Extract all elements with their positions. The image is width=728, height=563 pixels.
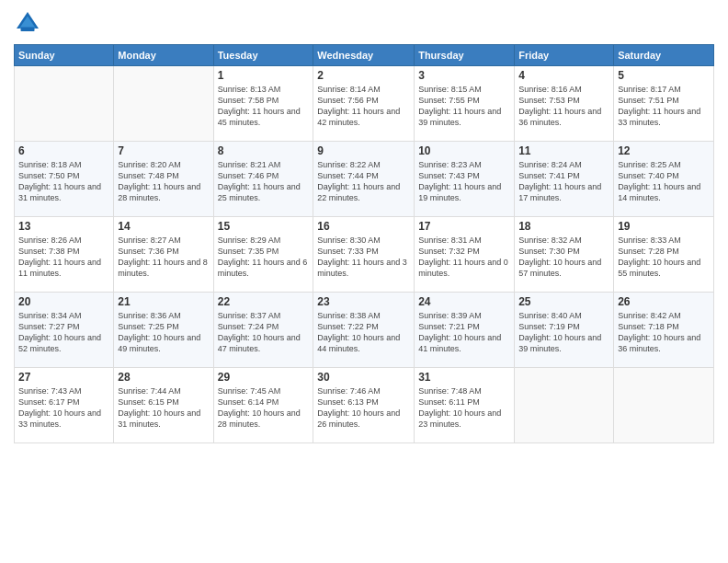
calendar-cell: 6Sunrise: 8:18 AM Sunset: 7:50 PM Daylig…	[15, 142, 114, 217]
day-info: Sunrise: 7:45 AM Sunset: 6:14 PM Dayligh…	[218, 385, 310, 431]
day-info: Sunrise: 8:25 AM Sunset: 7:40 PM Dayligh…	[618, 159, 710, 204]
calendar-cell: 10Sunrise: 8:23 AM Sunset: 7:43 PM Dayli…	[415, 142, 515, 217]
day-number: 24	[418, 295, 510, 308]
day-info: Sunrise: 7:46 AM Sunset: 6:13 PM Dayligh…	[317, 385, 410, 431]
calendar-cell: 20Sunrise: 8:34 AM Sunset: 7:27 PM Dayli…	[15, 293, 114, 368]
day-info: Sunrise: 8:33 AM Sunset: 7:28 PM Dayligh…	[618, 235, 710, 280]
calendar-cell	[15, 66, 114, 142]
day-number: 30	[317, 371, 410, 384]
day-info: Sunrise: 8:16 AM Sunset: 7:53 PM Dayligh…	[518, 84, 609, 129]
day-number: 4	[518, 69, 609, 82]
calendar-cell: 3Sunrise: 8:15 AM Sunset: 7:55 PM Daylig…	[415, 66, 515, 142]
day-info: Sunrise: 8:18 AM Sunset: 7:50 PM Dayligh…	[18, 159, 109, 204]
day-info: Sunrise: 7:48 AM Sunset: 6:11 PM Dayligh…	[418, 385, 510, 431]
day-number: 7	[118, 144, 209, 157]
day-info: Sunrise: 7:43 AM Sunset: 6:17 PM Dayligh…	[18, 385, 109, 431]
day-info: Sunrise: 8:34 AM Sunset: 7:27 PM Dayligh…	[18, 310, 109, 355]
calendar-cell: 27Sunrise: 7:43 AM Sunset: 6:17 PM Dayli…	[15, 368, 114, 443]
day-info: Sunrise: 8:15 AM Sunset: 7:55 PM Dayligh…	[418, 84, 510, 129]
day-info: Sunrise: 8:39 AM Sunset: 7:21 PM Dayligh…	[418, 310, 510, 355]
day-number: 9	[317, 144, 410, 157]
calendar-cell: 26Sunrise: 8:42 AM Sunset: 7:18 PM Dayli…	[614, 293, 714, 368]
day-number: 15	[218, 220, 310, 233]
calendar-cell: 9Sunrise: 8:22 AM Sunset: 7:44 PM Daylig…	[313, 142, 415, 217]
weekday-header-friday: Friday	[515, 45, 614, 66]
day-info: Sunrise: 8:14 AM Sunset: 7:56 PM Dayligh…	[317, 84, 410, 129]
calendar-cell: 30Sunrise: 7:46 AM Sunset: 6:13 PM Dayli…	[313, 368, 415, 443]
calendar-cell: 17Sunrise: 8:31 AM Sunset: 7:32 PM Dayli…	[415, 217, 515, 293]
day-number: 28	[118, 371, 209, 384]
day-info: Sunrise: 8:21 AM Sunset: 7:46 PM Dayligh…	[218, 159, 310, 204]
day-number: 31	[418, 371, 510, 384]
weekday-header-saturday: Saturday	[614, 45, 714, 66]
svg-rect-2	[21, 28, 35, 32]
day-info: Sunrise: 8:17 AM Sunset: 7:51 PM Dayligh…	[618, 84, 710, 129]
day-info: Sunrise: 8:32 AM Sunset: 7:30 PM Dayligh…	[518, 235, 609, 280]
day-info: Sunrise: 7:44 AM Sunset: 6:15 PM Dayligh…	[118, 385, 209, 431]
calendar-cell: 24Sunrise: 8:39 AM Sunset: 7:21 PM Dayli…	[415, 293, 515, 368]
day-number: 14	[118, 220, 209, 233]
day-info: Sunrise: 8:30 AM Sunset: 7:33 PM Dayligh…	[317, 235, 410, 280]
calendar-cell	[515, 368, 614, 443]
day-number: 3	[418, 69, 510, 82]
day-info: Sunrise: 8:24 AM Sunset: 7:41 PM Dayligh…	[518, 159, 609, 204]
calendar-cell: 28Sunrise: 7:44 AM Sunset: 6:15 PM Dayli…	[114, 368, 213, 443]
day-number: 17	[418, 220, 510, 233]
day-number: 11	[518, 144, 609, 157]
calendar-cell: 29Sunrise: 7:45 AM Sunset: 6:14 PM Dayli…	[213, 368, 313, 443]
calendar-cell: 31Sunrise: 7:48 AM Sunset: 6:11 PM Dayli…	[415, 368, 515, 443]
calendar-cell: 19Sunrise: 8:33 AM Sunset: 7:28 PM Dayli…	[614, 217, 714, 293]
calendar-cell: 2Sunrise: 8:14 AM Sunset: 7:56 PM Daylig…	[313, 66, 415, 142]
logo-icon	[14, 9, 41, 37]
day-info: Sunrise: 8:42 AM Sunset: 7:18 PM Dayligh…	[618, 310, 710, 355]
calendar-cell: 18Sunrise: 8:32 AM Sunset: 7:30 PM Dayli…	[515, 217, 614, 293]
day-number: 2	[317, 69, 410, 82]
day-number: 25	[518, 295, 609, 308]
day-number: 23	[317, 295, 410, 308]
day-number: 8	[218, 144, 310, 157]
week-row-2: 6Sunrise: 8:18 AM Sunset: 7:50 PM Daylig…	[15, 142, 714, 217]
weekday-header-thursday: Thursday	[415, 45, 515, 66]
weekday-header-wednesday: Wednesday	[313, 45, 415, 66]
day-info: Sunrise: 8:13 AM Sunset: 7:58 PM Dayligh…	[218, 84, 310, 129]
day-info: Sunrise: 8:40 AM Sunset: 7:19 PM Dayligh…	[518, 310, 609, 355]
day-number: 5	[618, 69, 710, 82]
day-number: 13	[18, 220, 109, 233]
header	[14, 9, 714, 37]
day-number: 29	[218, 371, 310, 384]
calendar-cell: 8Sunrise: 8:21 AM Sunset: 7:46 PM Daylig…	[213, 142, 313, 217]
calendar-cell: 15Sunrise: 8:29 AM Sunset: 7:35 PM Dayli…	[213, 217, 313, 293]
day-info: Sunrise: 8:36 AM Sunset: 7:25 PM Dayligh…	[118, 310, 209, 355]
day-info: Sunrise: 8:37 AM Sunset: 7:24 PM Dayligh…	[218, 310, 310, 355]
day-number: 19	[618, 220, 710, 233]
day-info: Sunrise: 8:31 AM Sunset: 7:32 PM Dayligh…	[418, 235, 510, 280]
day-info: Sunrise: 8:27 AM Sunset: 7:36 PM Dayligh…	[118, 235, 209, 280]
day-number: 18	[518, 220, 609, 233]
calendar-cell: 7Sunrise: 8:20 AM Sunset: 7:48 PM Daylig…	[114, 142, 213, 217]
day-info: Sunrise: 8:23 AM Sunset: 7:43 PM Dayligh…	[418, 159, 510, 204]
calendar-cell: 12Sunrise: 8:25 AM Sunset: 7:40 PM Dayli…	[614, 142, 714, 217]
week-row-3: 13Sunrise: 8:26 AM Sunset: 7:38 PM Dayli…	[15, 217, 714, 293]
calendar-table: SundayMondayTuesdayWednesdayThursdayFrid…	[14, 44, 714, 443]
day-number: 16	[317, 220, 410, 233]
calendar-cell: 14Sunrise: 8:27 AM Sunset: 7:36 PM Dayli…	[114, 217, 213, 293]
day-number: 21	[118, 295, 209, 308]
day-info: Sunrise: 8:26 AM Sunset: 7:38 PM Dayligh…	[18, 235, 109, 280]
weekday-header-sunday: Sunday	[15, 45, 114, 66]
day-info: Sunrise: 8:20 AM Sunset: 7:48 PM Dayligh…	[118, 159, 209, 204]
day-number: 27	[18, 371, 109, 384]
day-number: 12	[618, 144, 710, 157]
calendar-cell: 23Sunrise: 8:38 AM Sunset: 7:22 PM Dayli…	[313, 293, 415, 368]
calendar-cell: 13Sunrise: 8:26 AM Sunset: 7:38 PM Dayli…	[15, 217, 114, 293]
calendar-cell: 25Sunrise: 8:40 AM Sunset: 7:19 PM Dayli…	[515, 293, 614, 368]
day-number: 20	[18, 295, 109, 308]
day-number: 1	[218, 69, 310, 82]
day-info: Sunrise: 8:29 AM Sunset: 7:35 PM Dayligh…	[218, 235, 310, 280]
calendar-cell: 5Sunrise: 8:17 AM Sunset: 7:51 PM Daylig…	[614, 66, 714, 142]
week-row-5: 27Sunrise: 7:43 AM Sunset: 6:17 PM Dayli…	[15, 368, 714, 443]
logo	[14, 9, 45, 37]
day-number: 6	[18, 144, 109, 157]
day-info: Sunrise: 8:38 AM Sunset: 7:22 PM Dayligh…	[317, 310, 410, 355]
weekday-header-tuesday: Tuesday	[213, 45, 313, 66]
calendar-cell: 21Sunrise: 8:36 AM Sunset: 7:25 PM Dayli…	[114, 293, 213, 368]
